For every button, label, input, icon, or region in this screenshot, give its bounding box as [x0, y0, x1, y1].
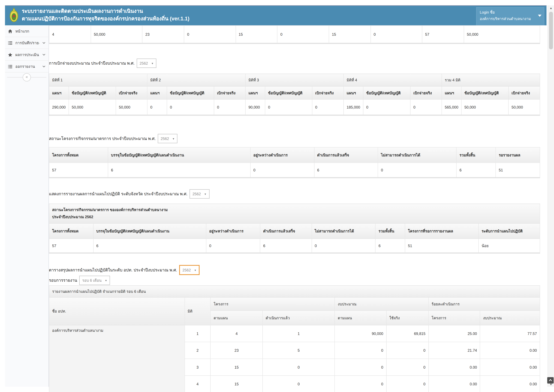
sidebar-item-results[interactable]: ผลการประเมิน: [5, 49, 49, 61]
table-cell: 25.00: [429, 325, 480, 342]
table-cell: 23: [210, 342, 263, 359]
report-period-value: รอบ 6 เดือน: [82, 277, 102, 283]
table-cell: 0: [386, 359, 429, 375]
table-cell: น้อย: [478, 239, 540, 253]
app-title-line1: ระบบรายงานและติดตามประเมินผลงานการดำเนิน…: [22, 7, 189, 15]
column-header: งบประมาณ: [335, 297, 429, 311]
table-cell: 6: [108, 163, 250, 178]
select-caret-icon: ▼: [151, 62, 154, 64]
table-cell: 0.00: [480, 359, 540, 375]
column-header: โครงการที่รอการรายงานผล: [405, 224, 478, 239]
column-header: รวมทั้งสิ้น: [457, 147, 496, 163]
column-header: โครงการทั้งหมด: [49, 224, 93, 239]
budget-table: มิติที่ 1 มิติที่ 2 มิติที่ 3 มิติที่ 4 …: [49, 74, 540, 116]
column-header: มิติที่ 2: [147, 74, 245, 86]
sidebar-item-label: หน้าแรก: [15, 28, 46, 34]
column-header: แผนฯ: [147, 86, 167, 99]
sidebar-item-records[interactable]: การบันทึก/รายงาน: [5, 37, 49, 49]
table-cell: 0.00: [429, 359, 480, 375]
table-cell: 57: [49, 163, 108, 178]
column-header: แผนฯ: [49, 86, 69, 99]
table-cell: 1: [263, 325, 335, 342]
column-header: ข้อบัญญัติ/เทศบัญญัติ: [461, 86, 508, 99]
column-header: รวม 4 มิติ: [442, 74, 540, 86]
column-header: เบิกจ่ายจริง: [509, 86, 540, 99]
table-cell: 0: [265, 99, 312, 115]
sidebar-collapse-row: «: [5, 72, 49, 82]
sidebar-collapse-button[interactable]: «: [23, 73, 31, 81]
list-icon: [8, 41, 13, 45]
budget-year-value: 2562: [140, 61, 148, 65]
sidebar: หน้าแรก การบันทึก/รายงาน ผลการประเมิน: [5, 25, 49, 387]
table-cell: 57: [422, 26, 464, 43]
select-caret-icon: ▼: [204, 193, 207, 195]
column-header: มิติ: [185, 297, 211, 325]
table-cell: 565,000: [442, 99, 461, 115]
column-header: รอรายงานผล: [496, 147, 540, 163]
scrollbar-up-arrow-icon[interactable]: ▲: [548, 7, 554, 10]
column-header: แผนฯ: [344, 86, 363, 99]
status-section-label-row: สถานะโครงการ/กิจกรรม/มาตรการ ประจำปีงบปร…: [49, 134, 547, 143]
table-row: องค์การบริหารส่วนตำบลนางาม 1 4 1 90,000 …: [49, 325, 540, 342]
report-period-select[interactable]: รอบ 6 เดือน ▼: [79, 276, 110, 285]
table-cell: 0: [335, 376, 386, 392]
table-title: สถานะโครงการ/กิจกรรม/มาตรการ ขององค์การบ…: [49, 204, 540, 224]
column-header: ข้อบัญญัติ/เทศบัญญัติ: [69, 86, 116, 99]
report-period-row: รอบการรายงาน รอบ 6 เดือน ▼: [49, 276, 547, 285]
column-header: อยู่ระหว่างดำเนินการ: [206, 224, 260, 239]
sidebar-item-home[interactable]: หน้าแรก: [5, 25, 49, 37]
budget-year-select[interactable]: 2562 ▼: [137, 59, 157, 68]
table-cell: 15: [329, 26, 370, 43]
budget-section-label-row: การเบิกจ่ายงบประมาณ ประจำปีงบประมาณ พ.ศ.…: [49, 59, 547, 68]
column-header: บรรจุในข้อบัญญัติ/เทศบัญญัติ/แผนดำเนินงา…: [93, 224, 206, 239]
report-period-label: รอบการรายงาน: [49, 277, 77, 284]
vertical-scrollbar[interactable]: ▲ ▼: [547, 5, 554, 387]
table-cell: 2: [185, 342, 211, 359]
table-cell: 0: [312, 239, 375, 253]
table-cell: 0: [250, 163, 314, 178]
table-cell: 50,000: [116, 99, 147, 115]
column-header: ระดับการนำแผนไปปฏิบัติ: [478, 224, 540, 239]
table-title-line2: ประจำปีงบประมาณ 2562: [52, 215, 93, 219]
province-section-label: แสดงการรายงานผลการนำแผนไปปฏิบัติ ระดับจั…: [49, 191, 188, 197]
table-row: 4 50,000 23 0 15 0 15 0 57 50,000: [49, 26, 540, 43]
table-row: โครงการทั้งหมด บรรจุในข้อบัญญัติ/เทศบัญญ…: [49, 147, 540, 163]
table-cell: 50,000: [69, 99, 116, 115]
table-cell: 6: [457, 163, 496, 178]
scrollbar-thumb[interactable]: [549, 12, 553, 49]
province-year-select[interactable]: 2562 ▼: [190, 189, 209, 199]
table-cell: 0.00: [480, 376, 540, 392]
province-table: สถานะโครงการ/กิจกรรม/มาตรการ ขององค์การบ…: [49, 203, 540, 253]
summary-year-select[interactable]: 2562 ▼: [179, 265, 200, 275]
column-header: มิติที่ 1: [49, 74, 147, 86]
column-header: ไม่สามารถดำเนินการได้: [378, 147, 457, 163]
app-logo-icon: [8, 7, 19, 23]
column-header: รวมทั้งสิ้น: [375, 224, 405, 239]
table-cell: 6: [93, 239, 206, 253]
table-cell: 0: [386, 376, 429, 392]
sidebar-item-label: ออกรายงาน: [15, 63, 39, 69]
column-header: ดำเนินการแล้ว: [263, 310, 335, 325]
table-cell: 0: [410, 99, 442, 115]
column-header: ดำเนินการแล้วเสร็จ: [314, 147, 378, 163]
summary-year-value: 2562: [182, 268, 191, 272]
status-year-select[interactable]: 2562 ▼: [158, 134, 178, 143]
table-cell: 0: [363, 99, 410, 115]
table-cell: 4: [49, 26, 91, 43]
back-to-top-button[interactable]: [547, 377, 554, 384]
table-cell: 0: [206, 239, 260, 253]
login-dropdown[interactable]: Login ชื่อ องค์การบริหารส่วนตำบลนางาม: [476, 7, 544, 27]
login-label: Login ชื่อ: [480, 9, 537, 16]
table-cell: 90,000: [245, 99, 265, 115]
star-icon: [8, 52, 13, 57]
sidebar-item-reports[interactable]: ออกรายงาน: [5, 61, 49, 72]
table-cell: 0: [214, 99, 245, 115]
table-cell: 185,000: [344, 99, 363, 115]
table-row: ชื่อ อปท. มิติ โครงการ งบประมาณ ร้อยละดำ…: [49, 297, 540, 311]
status-year-value: 2562: [161, 136, 169, 141]
column-header: ไม่สามารถดำเนินการได้: [312, 224, 375, 239]
table-row: โครงการทั้งหมด บรรจุในข้อบัญญัติ/เทศบัญญ…: [49, 224, 540, 239]
org-name-cell: องค์การบริหารส่วนตำบลนางาม: [49, 325, 185, 392]
select-caret-icon: ▼: [172, 137, 175, 140]
table-cell: 21.74: [429, 342, 480, 359]
